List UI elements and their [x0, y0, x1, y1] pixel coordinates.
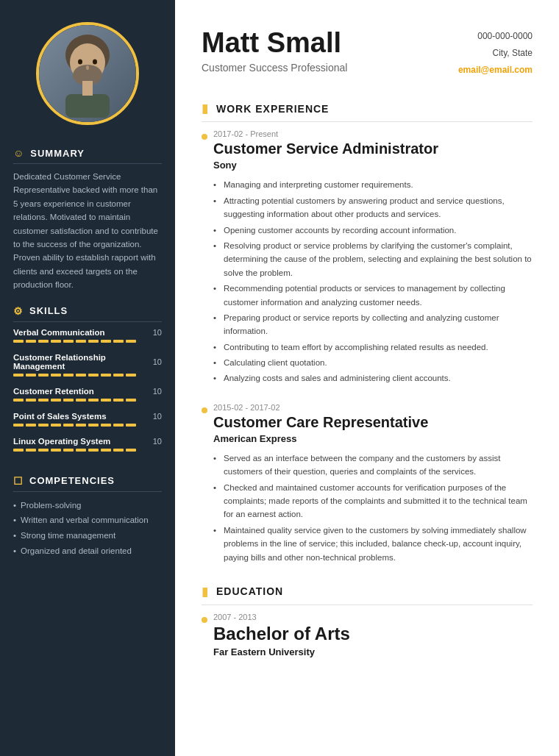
education-container: 2007 - 2013Bachelor of ArtsFar Eastern U…: [202, 613, 533, 657]
competencies-section: ☐ COMPETENCIES Problem-solvingWritten an…: [0, 475, 175, 559]
competency-item: Written and verbal communication: [13, 513, 162, 528]
skill-item: Customer Retention10: [13, 387, 162, 402]
header-contact: 000-000-0000 City, State email@email.com: [458, 28, 533, 78]
candidate-name: Matt Small: [202, 28, 347, 59]
skill-item: Point of Sales Systems10: [13, 412, 162, 427]
job-bullets: Managing and interpreting customer requi…: [213, 178, 533, 385]
avatar: [36, 22, 139, 125]
skill-name: Point of Sales Systems: [13, 412, 107, 421]
svg-rect-6: [65, 94, 110, 118]
skills-icon: ⚙: [13, 305, 24, 317]
skills-list: Verbal Communication10Customer Relations…: [13, 328, 162, 452]
job-bullet: Opening customer accounts by recording a…: [213, 224, 533, 237]
jobs-container: 2017-02 - PresentCustomer Service Admini…: [202, 129, 533, 564]
skill-item: Linux Operating System10: [13, 437, 162, 452]
job-bullet: Resolving product or service problems by…: [213, 239, 533, 279]
svg-rect-7: [82, 81, 93, 96]
skill-item: Customer Relationship Management10: [13, 353, 162, 377]
competency-item: Strong time management: [13, 528, 162, 543]
svg-point-4: [93, 60, 97, 65]
skill-name: Verbal Communication: [13, 328, 105, 337]
skill-score: 10: [153, 412, 162, 421]
sidebar: ☺ SUMMARY Dedicated Customer Service Rep…: [0, 0, 175, 756]
job-bullet: Analyzing costs and sales and administer…: [213, 371, 533, 385]
job-bullet: Attracting potential customers by answer…: [213, 194, 533, 221]
competency-item: Problem-solving: [13, 498, 162, 513]
skill-dots: [13, 399, 162, 402]
job-bullet: Managing and interpreting customer requi…: [213, 178, 533, 191]
job-bullet: Calculating client quotation.: [213, 356, 533, 369]
job-bullet: Contributing to team effort by accomplis…: [213, 340, 533, 354]
skill-score: 10: [153, 437, 162, 446]
job-bullet: Maintained quality service given to the …: [213, 524, 533, 564]
competency-item: Organized and detail oriented: [13, 543, 162, 559]
svg-point-3: [78, 60, 82, 65]
job-bullet: Checked and maintained customer accounts…: [213, 481, 533, 521]
skill-dots: [13, 374, 162, 377]
location: City, State: [458, 45, 533, 62]
summary-section: ☺ SUMMARY Dedicated Customer Service Rep…: [0, 147, 175, 292]
job-entry: 2015-02 - 2017-02Customer Care Represent…: [202, 403, 533, 564]
competencies-list: Problem-solvingWritten and verbal commun…: [13, 498, 162, 559]
work-experience-section: ▮ WORK EXPERIENCE 2017-02 - PresentCusto…: [202, 101, 533, 564]
skill-name: Customer Retention: [13, 387, 94, 396]
job-title: Customer Service Administrator: [213, 140, 533, 157]
skill-item: Verbal Communication10: [13, 328, 162, 343]
skill-dots: [13, 340, 162, 343]
job-title: Customer Care Representative: [213, 414, 533, 431]
email-address: email@email.com: [458, 62, 533, 79]
education-title: ▮ EDUCATION: [202, 585, 533, 605]
header-left: Matt Small Customer Success Professional: [202, 28, 347, 74]
header-section: Matt Small Customer Success Professional…: [202, 28, 533, 78]
job-company: Sony: [213, 160, 533, 171]
skill-score: 10: [153, 328, 162, 337]
work-icon: ▮: [202, 101, 209, 115]
job-date: 2015-02 - 2017-02: [213, 403, 533, 412]
skill-name: Linux Operating System: [13, 437, 110, 446]
job-date: 2017-02 - Present: [213, 129, 533, 138]
job-bullets: Served as an interface between the compa…: [213, 452, 533, 564]
job-bullet: Recommending potential products or servi…: [213, 282, 533, 309]
skills-title: ⚙ SKILLS: [13, 305, 162, 322]
main-content: Matt Small Customer Success Professional…: [175, 0, 559, 756]
competencies-title: ☐ COMPETENCIES: [13, 475, 162, 492]
work-experience-title: ▮ WORK EXPERIENCE: [202, 101, 533, 122]
phone-number: 000-000-0000: [458, 28, 533, 45]
skill-score: 10: [153, 387, 162, 396]
education-entry: 2007 - 2013Bachelor of ArtsFar Eastern U…: [202, 613, 533, 657]
skill-name: Customer Relationship Management: [13, 353, 153, 371]
skill-score: 10: [153, 357, 162, 366]
skills-section: ⚙ SKILLS Verbal Communication10Customer …: [0, 305, 175, 462]
edu-date: 2007 - 2013: [213, 613, 533, 621]
job-bullet: Served as an interface between the compa…: [213, 452, 533, 479]
summary-text: Dedicated Customer Service Representativ…: [13, 170, 162, 292]
person-icon: ☺: [13, 147, 24, 159]
summary-title: ☺ SUMMARY: [13, 147, 162, 164]
education-icon: ▮: [202, 585, 209, 599]
skill-dots: [13, 449, 162, 452]
edu-school: Far Eastern University: [213, 646, 533, 657]
education-section: ▮ EDUCATION 2007 - 2013Bachelor of ArtsF…: [202, 585, 533, 657]
edu-degree: Bachelor of Arts: [213, 624, 533, 644]
job-bullet: Preparing product or service reports by …: [213, 311, 533, 338]
candidate-title: Customer Success Professional: [202, 62, 347, 74]
skill-dots: [13, 424, 162, 427]
job-company: American Express: [213, 433, 533, 444]
svg-point-5: [86, 65, 89, 70]
job-entry: 2017-02 - PresentCustomer Service Admini…: [202, 129, 533, 385]
competencies-icon: ☐: [13, 475, 24, 487]
